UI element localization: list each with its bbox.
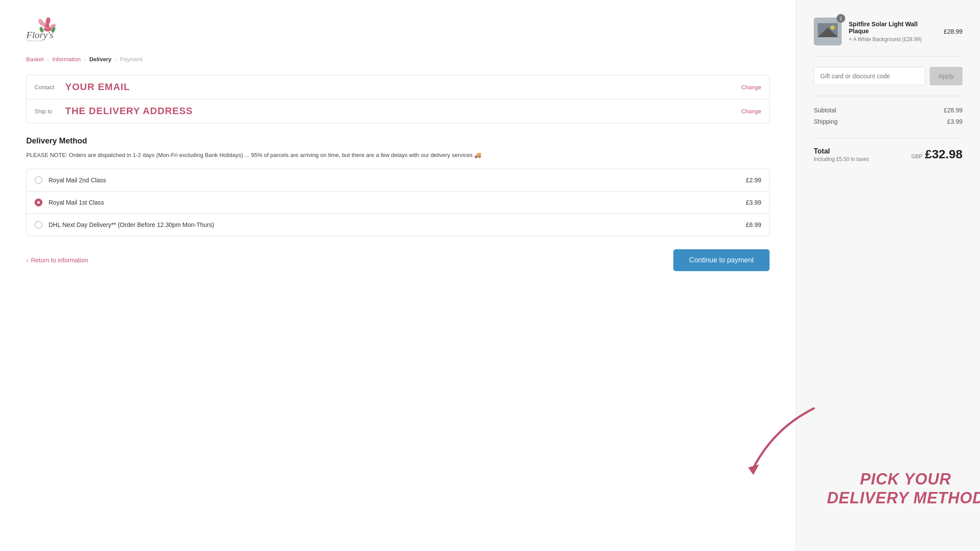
right-panel: 1 Spitfire Solar Light Wall Plaque + A W… (796, 0, 980, 551)
shipping-label: Shipping (814, 118, 838, 125)
left-panel: Flory's Online Basket › Information › De… (0, 0, 796, 551)
delivery-option-label-dhl: DHL Next Day Delivery** (Order Before 12… (49, 221, 746, 228)
delivery-option-label-royal-mail-2nd: Royal Mail 2nd Class (49, 177, 746, 184)
product-price: £28.99 (944, 28, 962, 35)
totals-section: Subtotal £28.99 Shipping £3.99 (814, 107, 962, 139)
delivery-option-price-dhl: £6.99 (746, 221, 761, 228)
return-to-information-link[interactable]: ‹ Return to information (26, 257, 88, 264)
subtotal-row: Subtotal £28.99 (814, 107, 962, 114)
svg-text:Online: Online (27, 39, 42, 42)
shipto-change-link[interactable]: Change (741, 108, 761, 115)
total-currency: GBP (911, 153, 922, 160)
contact-row: Contact YOUR EMAIL Change (27, 75, 769, 99)
bottom-actions: ‹ Return to information Continue to paym… (26, 249, 770, 271)
info-box: Contact YOUR EMAIL Change Ship to THE DE… (26, 75, 770, 123)
continue-to-payment-button[interactable]: Continue to payment (673, 249, 770, 271)
chevron-left-icon: ‹ (26, 257, 28, 264)
breadcrumb-sep-1: › (47, 57, 49, 62)
delivery-option-price-royal-mail-1st: £3.99 (746, 199, 761, 206)
breadcrumb-sep-2: › (84, 57, 86, 62)
radio-royal-mail-1st (35, 199, 42, 206)
gift-card-row: Apply (814, 67, 962, 96)
page-layout: Flory's Online Basket › Information › De… (0, 0, 980, 551)
logo-container: Flory's Online (26, 17, 770, 43)
product-badge: 1 (836, 14, 845, 23)
breadcrumb-payment: Payment (120, 56, 142, 63)
shipto-value: THE DELIVERY ADDRESS (65, 105, 741, 117)
delivery-section-title: Delivery Method (26, 136, 770, 146)
shipto-row: Ship to THE DELIVERY ADDRESS Change (27, 99, 769, 123)
annotation-area: PICK YOUR DELIVERY METHOD (822, 470, 980, 507)
svg-point-13 (830, 25, 835, 30)
product-row: 1 Spitfire Solar Light Wall Plaque + A W… (814, 17, 962, 56)
radio-dhl (35, 221, 42, 229)
product-image (814, 17, 842, 45)
return-link-label: Return to information (31, 257, 88, 264)
contact-value: YOUR EMAIL (65, 81, 741, 93)
breadcrumb-delivery: Delivery (89, 56, 112, 63)
annotation-text: PICK YOUR DELIVERY METHOD (822, 470, 980, 507)
breadcrumb-information[interactable]: Information (52, 56, 80, 63)
breadcrumb-basket[interactable]: Basket (26, 56, 44, 63)
radio-inner-royal-mail-1st (37, 201, 40, 204)
delivery-option-dhl[interactable]: DHL Next Day Delivery** (Order Before 12… (27, 214, 769, 236)
product-info: Spitfire Solar Light Wall Plaque + A Whi… (849, 21, 937, 42)
contact-label: Contact (35, 84, 65, 91)
total-tax: Including £5.50 in taxes (814, 156, 869, 162)
gift-card-input[interactable] (814, 67, 925, 85)
product-variant: + A White Background (£28.99) (849, 36, 937, 42)
breadcrumb-sep-3: › (115, 57, 117, 62)
delivery-option-price-royal-mail-2nd: £2.99 (746, 177, 761, 184)
total-amount: £32.98 (925, 147, 962, 161)
logo-svg: Flory's Online (26, 17, 83, 42)
delivery-option-label-royal-mail-1st: Royal Mail 1st Class (49, 199, 746, 206)
contact-change-link[interactable]: Change (741, 84, 761, 91)
delivery-options: Royal Mail 2nd Class £2.99 Royal Mail 1s… (26, 169, 770, 236)
product-image-wrapper: 1 (814, 17, 842, 45)
svg-point-5 (45, 24, 49, 28)
radio-royal-mail-2nd (35, 176, 42, 184)
subtotal-label: Subtotal (814, 107, 836, 114)
total-row: Total Including £5.50 in taxes GBP £32.9… (814, 147, 962, 162)
delivery-note: PLEASE NOTE: Orders are dispatched in 1-… (26, 151, 770, 160)
subtotal-value: £28.99 (944, 107, 962, 114)
shipping-row: Shipping £3.99 (814, 118, 962, 125)
shipto-label: Ship to (35, 108, 65, 115)
apply-button[interactable]: Apply (930, 67, 962, 85)
total-label: Total (814, 147, 869, 155)
total-label-group: Total Including £5.50 in taxes (814, 147, 869, 162)
shipping-value: £3.99 (947, 118, 962, 125)
product-name: Spitfire Solar Light Wall Plaque (849, 21, 937, 35)
breadcrumb: Basket › Information › Delivery › Paymen… (26, 56, 770, 63)
delivery-option-royal-mail-2nd[interactable]: Royal Mail 2nd Class £2.99 (27, 169, 769, 192)
total-amount-group: GBP £32.98 (911, 147, 962, 161)
delivery-option-royal-mail-1st[interactable]: Royal Mail 1st Class £3.99 (27, 192, 769, 214)
